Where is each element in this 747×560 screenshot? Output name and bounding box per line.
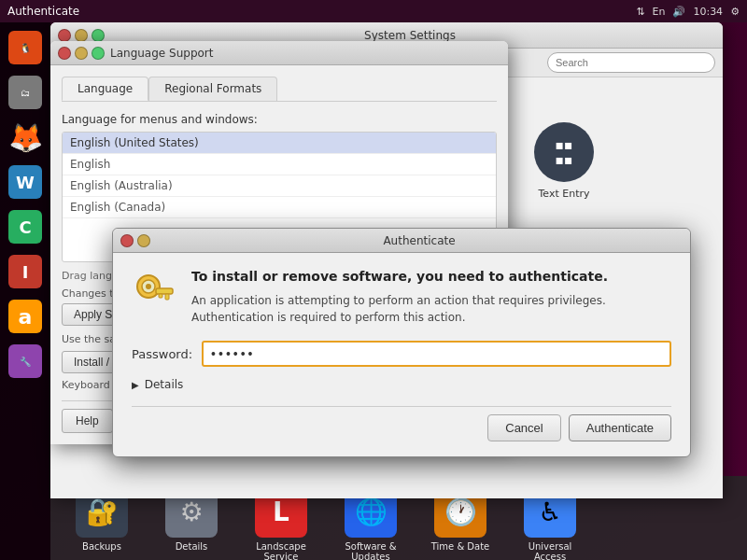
auth-cancel-button[interactable]: Cancel: [487, 414, 560, 441]
lang-close-btn[interactable]: [58, 47, 71, 60]
auth-details-label: Details: [145, 378, 184, 391]
software-label: Software &Updates: [345, 541, 396, 560]
keyboard-indicator: En: [653, 6, 666, 18]
settings-title: System Settings: [105, 29, 715, 42]
text-entry-icon: ▪▪ ▪▪: [556, 137, 573, 167]
settings-close-btn[interactable]: [58, 29, 71, 42]
svg-rect-3: [165, 294, 169, 300]
settings-icon[interactable]: ⚙: [730, 6, 740, 18]
sort-icon: ⇅: [636, 6, 644, 18]
auth-min-btn[interactable]: [137, 234, 150, 247]
dock-item-firefox[interactable]: 🦊: [4, 116, 47, 159]
settings-search-input[interactable]: [547, 52, 715, 73]
dock-item-amazon[interactable]: a: [4, 295, 47, 338]
auth-win-controls: [120, 234, 150, 247]
lang-titlebar: Language Support: [50, 41, 508, 65]
auth-authenticate-button[interactable]: Authenticate: [569, 414, 671, 441]
volume-icon: 🔊: [672, 6, 685, 18]
text-entry-label: Text Entry: [538, 188, 589, 200]
svg-rect-2: [156, 288, 173, 294]
svg-point-5: [146, 284, 151, 289]
auth-titlebar: Authenticate: [113, 229, 690, 253]
topbar-icons: ⇅ En 🔊 10:34 ⚙: [636, 6, 740, 18]
auth-password-row: Password:: [132, 341, 671, 367]
dock-item-files[interactable]: 🗂: [4, 71, 47, 114]
settings-max-btn[interactable]: [92, 29, 105, 42]
auth-close-btn[interactable]: [120, 234, 134, 247]
lang-item-en-us[interactable]: English (United States): [63, 133, 496, 154]
dock: 🐧 🗂 🦊 W C I a 🔧: [0, 22, 50, 560]
ubuntu-icon: 🐧: [20, 43, 31, 53]
auth-body: To install or remove software, you need …: [113, 253, 690, 456]
auth-header-row: To install or remove software, you need …: [132, 268, 671, 326]
clock: 10:34: [693, 6, 723, 18]
topbar: Authenticate ⇅ En 🔊 10:34 ⚙: [0, 0, 747, 22]
auth-header-text: To install or remove software, you need …: [191, 268, 608, 326]
lang-item-en-ca[interactable]: English (Canada): [63, 197, 496, 218]
auth-password-label: Password:: [132, 347, 192, 361]
auth-details-arrow: ▶: [132, 380, 139, 390]
system-icon: 🔧: [20, 357, 31, 367]
dock-item-impress[interactable]: I: [4, 250, 47, 293]
svg-rect-4: [159, 294, 162, 298]
topbar-title: Authenticate: [7, 5, 636, 18]
dock-item-ubuntu[interactable]: 🐧: [4, 26, 47, 69]
dock-item-system[interactable]: 🔧: [4, 340, 47, 383]
icon-text-entry[interactable]: ▪▪ ▪▪ Text Entry: [527, 115, 601, 219]
auth-password-input[interactable]: [202, 341, 671, 367]
lang-section-label: Language for menus and windows:: [62, 113, 497, 126]
tab-language[interactable]: Language: [62, 77, 148, 101]
lang-max-btn[interactable]: [92, 47, 105, 60]
dock-item-writer[interactable]: W: [4, 161, 47, 203]
firefox-icon: 🦊: [8, 121, 43, 154]
lang-item-en[interactable]: English: [63, 154, 496, 175]
settings-min-btn[interactable]: [75, 29, 88, 42]
lang-item-en-au[interactable]: English (Australia): [63, 175, 496, 197]
desktop: 🐧 🗂 🦊 W C I a 🔧: [0, 22, 747, 560]
auth-heading: To install or remove software, you need …: [191, 268, 608, 285]
auth-footer: Cancel Authenticate: [132, 406, 671, 441]
authenticate-dialog: Authenticate To install or remove softwa…: [112, 228, 691, 457]
auth-key-icon: [132, 268, 176, 313]
lang-tabs: Language Regional Formats: [62, 77, 497, 102]
auth-details-toggle[interactable]: ▶ Details: [132, 378, 671, 391]
auth-title: Authenticate: [156, 234, 683, 247]
time-label: Time & Date: [431, 541, 490, 552]
dock-item-calc[interactable]: C: [4, 205, 47, 248]
landscape-label: LandscapeService: [256, 541, 306, 560]
universal-label: UniversalAccess: [529, 541, 572, 560]
lang-title: Language Support: [110, 47, 500, 60]
tab-regional[interactable]: Regional Formats: [148, 77, 277, 101]
lang-help-button[interactable]: Help: [62, 409, 113, 433]
details-label: Details: [176, 541, 208, 552]
lang-win-controls: [58, 47, 105, 60]
settings-win-controls: [58, 29, 105, 42]
files-icon: 🗂: [21, 88, 30, 98]
lang-min-btn[interactable]: [75, 47, 88, 60]
auth-description: An application is attempting to perform …: [191, 292, 608, 326]
backups-label: Backups: [82, 541, 121, 552]
